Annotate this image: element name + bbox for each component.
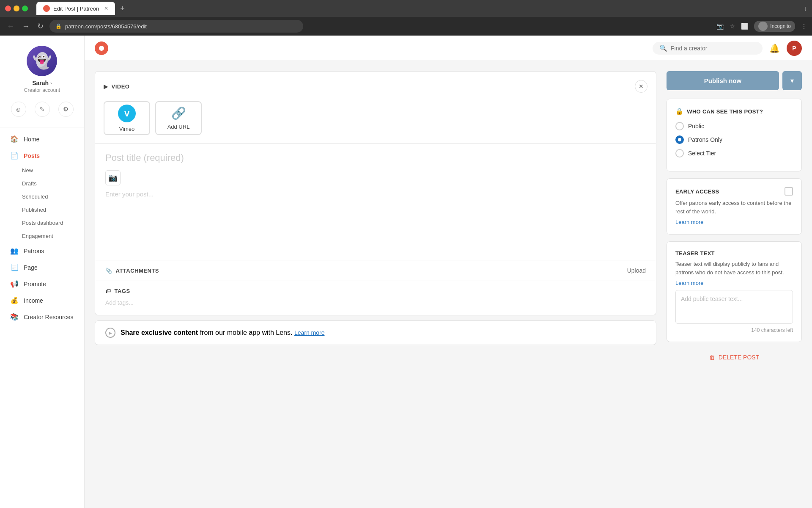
sidebar-item-label: Home (24, 136, 39, 143)
post-content-area: 📷 (95, 144, 656, 260)
early-access-card: EARLY ACCESS Offer patrons early access … (667, 178, 802, 235)
share-regular-text: from our mobile app with Lens. (200, 329, 293, 336)
teaser-title: TEASER TEXT (675, 250, 715, 257)
patreon-logo-inner (99, 46, 104, 51)
close-dot[interactable] (5, 6, 11, 11)
user-role: Creator account (24, 87, 60, 93)
add-image-button[interactable]: 📷 (105, 170, 121, 185)
tab-title: Edit Post | Patreon (53, 6, 99, 12)
tags-header: 🏷 TAGS (105, 288, 646, 294)
post-body-input[interactable] (105, 190, 646, 250)
add-url-option[interactable]: 🔗 Add URL (155, 101, 202, 135)
search-input[interactable] (671, 45, 756, 52)
radio-patrons-only-label: Patrons Only (688, 136, 722, 143)
visibility-option-public[interactable]: Public (675, 122, 793, 130)
lock-icon: 🔒 (675, 108, 683, 115)
avatar: 👻 (27, 46, 57, 76)
user-avatar-header[interactable]: P (787, 41, 802, 56)
home-icon: 🏠 (10, 135, 19, 143)
sidebar-item-patrons[interactable]: 👥 Patrons (0, 243, 84, 259)
search-bar[interactable]: 🔍 (653, 42, 763, 55)
lens-icon: ▶ (105, 328, 115, 338)
user-name[interactable]: Sarah › (32, 80, 52, 86)
teaser-text-card: TEASER TEXT Teaser text will display pub… (667, 241, 802, 342)
subnav-item-drafts[interactable]: Drafts (0, 177, 84, 190)
video-close-button[interactable]: ✕ (635, 80, 647, 93)
avatar-image: 👻 (33, 52, 52, 70)
tab-bar-right: ↓ (804, 5, 807, 12)
new-tab-button[interactable]: + (120, 4, 125, 13)
lock-icon: 🔒 (55, 23, 62, 29)
address-field[interactable]: 🔒 patreon.com/posts/68054576/edit (49, 20, 303, 33)
early-access-title: EARLY ACCESS (675, 188, 719, 195)
share-text: Share exclusive content from our mobile … (121, 329, 324, 337)
vimeo-label: Vimeo (119, 126, 135, 132)
forward-button[interactable]: → (20, 20, 31, 33)
radio-patrons-only[interactable] (675, 135, 684, 144)
video-options: v Vimeo 🔗 Add URL (104, 101, 647, 135)
attachments-label: ATTACHMENTS (116, 268, 159, 274)
visibility-option-patrons-only[interactable]: Patrons Only (675, 135, 793, 144)
promote-icon: 📢 (10, 280, 19, 288)
extension-icon[interactable]: ⬜ (741, 23, 748, 30)
subnav-item-published[interactable]: Published (0, 203, 84, 216)
maximize-dot[interactable] (22, 6, 28, 11)
radio-public[interactable] (675, 122, 684, 130)
tags-input[interactable] (105, 299, 646, 306)
sidebar-edit-icon[interactable]: ✎ (35, 102, 50, 117)
early-access-learn-more-link[interactable]: Learn more (675, 219, 703, 225)
publish-now-button[interactable]: Publish now (667, 71, 779, 90)
creator-resources-icon: 📚 (10, 313, 19, 321)
subnav-item-posts-dashboard[interactable]: Posts dashboard (0, 216, 84, 229)
notification-bell-icon[interactable]: 🔔 (769, 43, 780, 53)
patreon-logo-mark (95, 41, 108, 55)
share-learn-more-link[interactable]: Learn more (294, 329, 325, 336)
sidebar-item-page[interactable]: 📃 Page (0, 259, 84, 276)
attachments-section: 📎 ATTACHMENTS Upload (95, 260, 656, 281)
sidebar-item-home[interactable]: 🏠 Home (0, 131, 84, 147)
visibility-card: 🔒 WHO CAN SEE THIS POST? Public Patrons … (667, 99, 802, 171)
income-icon: 💰 (10, 296, 19, 304)
back-button[interactable]: ← (5, 20, 16, 33)
incognito-avatar (758, 22, 768, 31)
delete-post-button[interactable]: 🗑 DELETE POST (667, 349, 802, 366)
video-icon: ▶ (104, 83, 108, 90)
sidebar-item-creator-resources[interactable]: 📚 Creator Resources (0, 309, 84, 325)
visibility-option-select-tier[interactable]: Select Tier (675, 149, 793, 157)
post-title-input[interactable] (105, 152, 646, 163)
sidebar-profile-icon[interactable]: ☺ (11, 102, 26, 117)
tab-close-button[interactable]: ✕ (104, 6, 108, 11)
publish-dropdown-button[interactable]: ▾ (782, 71, 802, 90)
sidebar-item-posts[interactable]: 📄 Posts (0, 147, 84, 164)
bookmark-icon[interactable]: ☆ (730, 23, 735, 30)
subnav-item-new[interactable]: New (0, 164, 84, 177)
teaser-header: TEASER TEXT (675, 250, 793, 257)
sidebar-item-label: Income (24, 297, 43, 304)
sidebar-settings-icon[interactable]: ⚙ (58, 102, 74, 117)
browser-chrome: Edit Post | Patreon ✕ + ↓ (0, 0, 812, 17)
patreon-logo (95, 41, 108, 55)
reload-button[interactable]: ↻ (36, 20, 45, 33)
more-menu-icon[interactable]: ⋮ (801, 23, 807, 30)
attachment-icon: 📎 (105, 268, 112, 274)
sidebar-item-income[interactable]: 💰 Income (0, 292, 84, 309)
vimeo-option[interactable]: v Vimeo (104, 101, 150, 135)
radio-public-label: Public (688, 123, 704, 130)
posts-icon: 📄 (10, 152, 19, 160)
right-panel: Publish now ▾ 🔒 WHO CAN SEE THIS POST? P… (667, 71, 802, 498)
minimize-dot[interactable] (14, 6, 19, 11)
share-section: ▶ Share exclusive content from our mobil… (95, 320, 656, 345)
subnav-item-engagement[interactable]: Engagement (0, 229, 84, 243)
tag-icon: 🏷 (105, 288, 111, 294)
upload-button[interactable]: Upload (627, 267, 646, 274)
early-access-checkbox[interactable] (785, 187, 793, 196)
browser-tab[interactable]: Edit Post | Patreon ✕ (36, 2, 115, 15)
incognito-badge: Incognito (754, 21, 795, 32)
teaser-textarea[interactable] (675, 290, 793, 324)
radio-select-tier[interactable] (675, 149, 684, 157)
visibility-title: WHO CAN SEE THIS POST? (687, 108, 763, 115)
teaser-learn-more-link[interactable]: Learn more (675, 280, 703, 286)
subnav-item-scheduled[interactable]: Scheduled (0, 190, 84, 203)
early-access-desc: Offer patrons early access to content be… (675, 199, 793, 215)
sidebar-item-promote[interactable]: 📢 Promote (0, 276, 84, 292)
